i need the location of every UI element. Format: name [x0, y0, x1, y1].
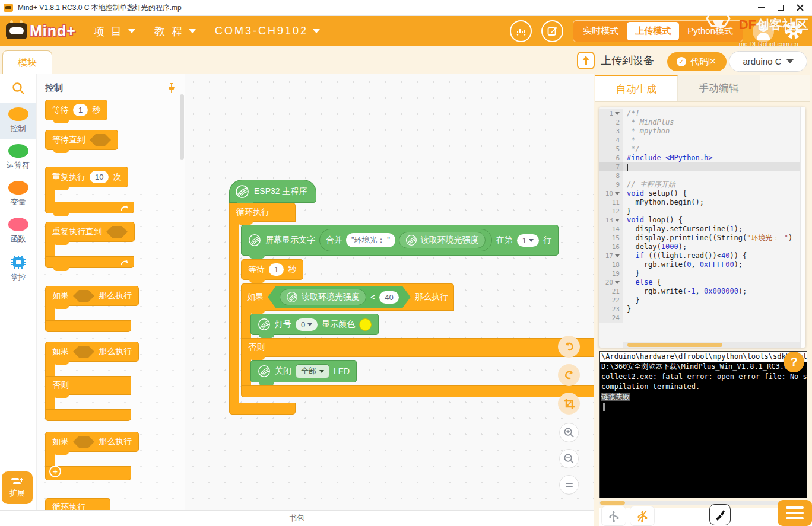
block-if-then[interactable]: 如果 那么执行: [45, 286, 185, 332]
condition-slot[interactable]: [90, 134, 111, 146]
variables-category-dot: [8, 181, 28, 195]
light-sensor-reporter[interactable]: 读取环境光强度: [399, 232, 486, 248]
mode-python[interactable]: Python模式: [679, 22, 741, 40]
condition-expression[interactable]: 读取环境光强度 < 40: [268, 286, 411, 308]
code-line: 24: [599, 314, 805, 323]
menu-project[interactable]: 项 目: [84, 16, 145, 46]
condition-slot[interactable]: [106, 226, 128, 238]
text-input[interactable]: "环境光： ": [346, 233, 395, 247]
pin-icon[interactable]: [167, 82, 176, 94]
check-icon: ✓: [677, 57, 686, 66]
color-swatch-yellow[interactable]: [359, 318, 372, 331]
sidebar-item-control[interactable]: 控制: [0, 103, 36, 139]
maximize-icon[interactable]: [778, 5, 784, 11]
backpack-label[interactable]: 书包: [289, 513, 304, 524]
condition-slot[interactable]: [73, 436, 94, 448]
code-area-toggle[interactable]: ✓ 代码区: [667, 52, 727, 71]
block-esp32-main[interactable]: ESP32 主程序: [229, 180, 316, 203]
block-forever-canvas[interactable]: 循环执行 屏幕显示文字 合并 "环境光： ": [229, 203, 604, 415]
light-sensor-reporter[interactable]: 读取环境光强度: [280, 289, 366, 305]
threshold-input[interactable]: 40: [379, 291, 398, 304]
code-editor[interactable]: 1/*!2 * MindPlus3 * mpython4 *5 */6#incl…: [599, 107, 805, 348]
upload-to-device-button[interactable]: 上传到设备: [577, 52, 654, 69]
control-category-dot: [8, 107, 28, 121]
merge-reporter[interactable]: 合并 "环境光： " 读取环境光强度: [319, 229, 492, 251]
mindplus-window: Mind+ V1.8.1 RC3.0 C 本地控制单盏灯光的程序.mp Mind…: [0, 0, 812, 526]
usb-disconnected-button[interactable]: [630, 506, 655, 526]
wait-value-input[interactable]: 1: [269, 263, 284, 276]
console-line: \Arduino\hardware\dfrobot\mpython\tools\…: [600, 352, 807, 362]
expand-plus-icon[interactable]: +: [49, 466, 61, 477]
edit-icon[interactable]: [541, 20, 563, 42]
block-wait[interactable]: 等待 1 秒: [45, 100, 107, 120]
mode-upload[interactable]: 上传模式: [627, 22, 679, 40]
settings-gear-icon[interactable]: [784, 20, 804, 43]
user-avatar[interactable]: [753, 21, 774, 42]
block-wait-canvas[interactable]: 等待 1 秒: [241, 259, 303, 280]
zoom-reset-button[interactable]: [559, 475, 579, 495]
minimize-icon[interactable]: [758, 7, 765, 8]
code-horizontal-scrollbar[interactable]: [623, 342, 800, 348]
console-line: D:\360安全浏览器下载\MindPlus_Win_V1.8.1_RC3.0\…: [600, 362, 807, 372]
block-close-led[interactable]: 关闭 全部 LED: [250, 360, 357, 382]
redo-button[interactable]: [558, 364, 580, 386]
code-line: 18 rgb.write(0, 0xFFFF00);: [599, 260, 805, 269]
sidebar-item-variables[interactable]: 变量: [0, 176, 36, 213]
bottom-bar: 书包: [0, 510, 594, 526]
extensions-button[interactable]: 扩展: [2, 471, 33, 504]
undo-button[interactable]: [558, 336, 580, 358]
mindplus-logo[interactable]: Mind+: [0, 23, 84, 40]
chevron-down-icon: [529, 239, 534, 242]
block-repeat-until[interactable]: 重复执行直到: [45, 222, 185, 268]
tab-auto-generate[interactable]: 自动生成: [595, 75, 678, 101]
menu-serial-port[interactable]: COM3-CH9102: [205, 16, 329, 46]
console-line: compilation terminated.: [600, 382, 807, 392]
sidebar-item-functions[interactable]: 函数: [0, 213, 36, 250]
workspace-canvas[interactable]: ESP32 主程序 循环执行 屏幕显示文字: [185, 74, 594, 510]
mode-realtime[interactable]: 实时模式: [575, 22, 627, 40]
line-number-dropdown[interactable]: 1: [517, 234, 539, 247]
zoom-out-button[interactable]: [559, 449, 579, 468]
search-icon[interactable]: [0, 74, 36, 103]
sidebar-item-board[interactable]: 掌控: [0, 250, 36, 288]
wait-value-input[interactable]: 1: [73, 104, 88, 116]
console-line: collect2.exe: fatal error: open error fi…: [600, 372, 807, 382]
tab-manual-edit[interactable]: 手动编辑: [678, 75, 760, 101]
compiler-console[interactable]: \Arduino\hardware\dfrobot\mpython\tools\…: [599, 351, 807, 498]
repeat-count-input[interactable]: 10: [90, 171, 109, 183]
led-scope-dropdown[interactable]: 全部: [296, 364, 329, 378]
program-script[interactable]: ESP32 主程序 循环执行 屏幕显示文字: [229, 180, 604, 415]
block-if-else[interactable]: 如果 那么执行 否则: [45, 342, 185, 421]
condition-slot[interactable]: [73, 346, 94, 358]
console-menu-button[interactable]: [778, 500, 812, 526]
code-line: 12}: [599, 207, 805, 216]
block-led-color[interactable]: 灯号 0 显示颜色: [250, 314, 379, 335]
console-horizontal-scrollbar[interactable]: [599, 501, 807, 505]
chevron-down-icon: [786, 59, 794, 63]
usb-connected-button[interactable]: [601, 506, 626, 526]
help-button[interactable]: ?: [784, 352, 804, 372]
sidebar-item-operators[interactable]: 运算符: [0, 139, 36, 176]
block-if-else-canvas[interactable]: 如果 读取环境光强度 <: [241, 283, 604, 397]
close-icon[interactable]: [797, 4, 804, 11]
block-display-text[interactable]: 屏幕显示文字 合并 "环境光： " 读取环境光强度: [241, 225, 559, 256]
block-if-expandable[interactable]: 如果 那么执行 +: [45, 432, 185, 480]
block-forever[interactable]: 循环执行: [45, 498, 185, 510]
code-vertical-scrollbar[interactable]: [800, 107, 805, 348]
mpython-icon: [248, 234, 261, 247]
screenshot-crop-button[interactable]: [558, 393, 580, 415]
chevron-down-icon: [189, 29, 196, 33]
visualization-icon[interactable]: [510, 20, 532, 42]
device-select[interactable]: arduino C: [729, 51, 807, 72]
block-wait-until[interactable]: 等待直到: [45, 130, 118, 150]
condition-slot[interactable]: [73, 290, 94, 302]
block-repeat-times[interactable]: 重复执行 10 次: [45, 167, 185, 213]
mode-switcher: 实时模式 上传模式 Python模式: [573, 20, 743, 42]
palette-scrollbar[interactable]: [180, 94, 184, 160]
clear-console-button[interactable]: [709, 504, 731, 525]
menu-tutorial[interactable]: 教 程: [145, 16, 205, 46]
tab-modules[interactable]: 模块: [2, 50, 52, 75]
led-number-dropdown[interactable]: 0: [296, 318, 318, 331]
zoom-in-button[interactable]: [559, 423, 579, 442]
block-palette[interactable]: 控制 等待 1 秒 等待直到 重复执行 10 次: [37, 74, 185, 510]
